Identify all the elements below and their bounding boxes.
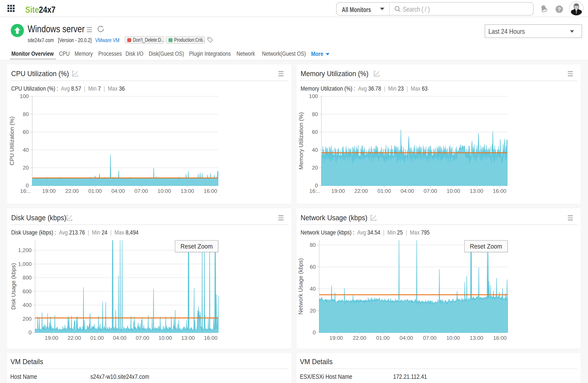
svg-text:04:00: 04:00 <box>113 335 126 341</box>
svg-text:07:00: 07:00 <box>134 188 148 194</box>
svg-text:22:00: 22:00 <box>354 188 368 194</box>
svg-text:10:00: 10:00 <box>158 335 172 341</box>
svg-text:800: 800 <box>22 275 32 281</box>
svg-text:07:00: 07:00 <box>424 188 437 194</box>
svg-text:80: 80 <box>310 242 316 248</box>
svg-text:19:00: 19:00 <box>331 188 345 194</box>
svg-text:16:..: 16:.. <box>20 188 31 194</box>
svg-text:600: 600 <box>22 288 32 294</box>
svg-text:07:00: 07:00 <box>423 335 437 341</box>
svg-text:200: 200 <box>22 316 32 322</box>
svg-text:80: 80 <box>312 111 318 117</box>
svg-text:60: 60 <box>312 129 318 135</box>
svg-text:04:00: 04:00 <box>399 335 413 341</box>
svg-text:16:00: 16:00 <box>204 335 218 341</box>
svg-text:40: 40 <box>23 147 29 153</box>
svg-text:80: 80 <box>23 111 29 117</box>
svg-text:22:00: 22:00 <box>68 335 81 341</box>
svg-text:16:00: 16:00 <box>204 188 217 194</box>
svg-text:100: 100 <box>309 93 318 99</box>
svg-text:01:00: 01:00 <box>376 335 390 341</box>
svg-text:20: 20 <box>23 165 29 171</box>
svg-text:13:00: 13:00 <box>181 335 195 341</box>
svg-text:22:00: 22:00 <box>65 188 79 194</box>
svg-text:CPU Utilization (%): CPU Utilization (%) <box>9 117 15 165</box>
svg-text:40: 40 <box>312 147 318 153</box>
svg-text:60: 60 <box>23 129 29 135</box>
svg-text:0: 0 <box>315 182 318 188</box>
svg-text:16:..: 16:.. <box>309 188 320 194</box>
svg-text:13:00: 13:00 <box>181 188 194 194</box>
svg-text:04:00: 04:00 <box>401 188 414 194</box>
svg-text:Network Usage (kbps): Network Usage (kbps) <box>297 258 304 315</box>
svg-text:20: 20 <box>312 165 318 171</box>
svg-text:07:00: 07:00 <box>136 335 149 341</box>
svg-text:01:00: 01:00 <box>377 188 391 194</box>
svg-text:Disk Usage (kbps): Disk Usage (kbps) <box>10 263 17 309</box>
svg-text:10:00: 10:00 <box>158 188 171 194</box>
svg-text:60: 60 <box>310 264 316 270</box>
svg-text:100: 100 <box>20 93 29 99</box>
svg-text:Memory Utilization (%): Memory Utilization (%) <box>298 112 304 170</box>
svg-text:01:00: 01:00 <box>88 188 102 194</box>
svg-text:1,000: 1,000 <box>18 261 32 267</box>
svg-text:40: 40 <box>310 286 316 292</box>
svg-text:13:00: 13:00 <box>470 335 483 341</box>
svg-text:1,200: 1,200 <box>18 247 32 253</box>
svg-text:22:00: 22:00 <box>353 335 366 341</box>
svg-text:0: 0 <box>313 329 316 335</box>
svg-text:400: 400 <box>22 302 32 308</box>
svg-text:20: 20 <box>310 308 316 314</box>
svg-text:10:00: 10:00 <box>446 335 460 341</box>
svg-text:19:00: 19:00 <box>329 335 343 341</box>
svg-text:19:00: 19:00 <box>42 188 56 194</box>
svg-text:10:00: 10:00 <box>447 188 460 194</box>
svg-text:04:00: 04:00 <box>111 188 125 194</box>
svg-text:0: 0 <box>26 182 29 188</box>
svg-text:16:00: 16:00 <box>493 188 506 194</box>
svg-text:01:00: 01:00 <box>90 335 104 341</box>
svg-text:19:00: 19:00 <box>45 335 58 341</box>
svg-text:16:00: 16:00 <box>493 335 507 341</box>
svg-text:0: 0 <box>28 329 32 335</box>
svg-text:13:00: 13:00 <box>470 188 483 194</box>
